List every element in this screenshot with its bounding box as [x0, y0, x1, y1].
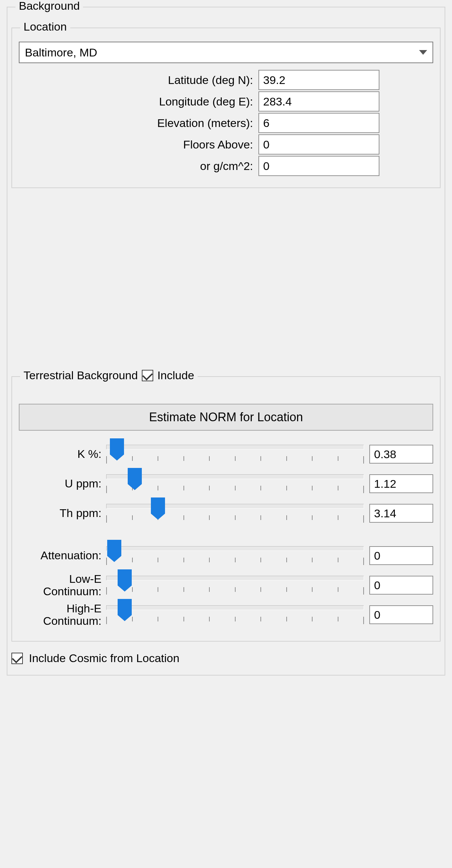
- k-slider[interactable]: [106, 441, 364, 468]
- terrestrial-include-checkbox[interactable]: [142, 370, 153, 381]
- attenuation-slider-row: Attenuation:: [19, 542, 433, 569]
- attenuation-value-input[interactable]: [369, 546, 433, 565]
- background-legend-text: Background: [19, 0, 80, 12]
- cosmic-label: Include Cosmic from Location: [29, 652, 179, 665]
- th-slider[interactable]: [106, 500, 364, 527]
- background-legend: Background: [16, 0, 83, 12]
- longitude-input[interactable]: [259, 91, 380, 112]
- estimate-norm-button[interactable]: Estimate NORM for Location: [19, 404, 433, 431]
- longitude-label: Longitude (deg E):: [159, 95, 259, 108]
- attenuation-label: Attenuation:: [19, 549, 106, 562]
- location-dropdown[interactable]: Baltimore, MD: [19, 42, 433, 63]
- u-value-input[interactable]: [369, 474, 433, 493]
- lowe-value-input[interactable]: [369, 576, 433, 595]
- elevation-row: Elevation (meters):: [19, 113, 380, 133]
- terrestrial-legend-text: Terrestrial Background: [24, 369, 138, 382]
- lowe-slider-row: Low-E Continuum:: [19, 572, 433, 598]
- lowe-label: Low-E Continuum:: [19, 573, 106, 598]
- terrestrial-include-label: Include: [157, 369, 194, 382]
- u-slider[interactable]: [106, 470, 364, 497]
- elevation-label: Elevation (meters):: [157, 117, 259, 130]
- u-slider-row: U ppm:: [19, 470, 433, 497]
- k-label: K %:: [19, 448, 106, 460]
- latitude-label: Latitude (deg N):: [168, 73, 259, 87]
- floors-input[interactable]: [259, 134, 380, 155]
- th-value-input[interactable]: [369, 504, 433, 523]
- location-fields: Latitude (deg N): Longitude (deg E): Ele…: [19, 70, 380, 176]
- floors-row: Floors Above:: [19, 134, 380, 155]
- highe-slider-row: High-E Continuum:: [19, 601, 433, 628]
- cosmic-checkbox[interactable]: [11, 653, 23, 664]
- gcm2-label: or g/cm^2:: [200, 160, 259, 173]
- u-label: U ppm:: [19, 477, 106, 490]
- longitude-row: Longitude (deg E):: [19, 91, 380, 112]
- elevation-input[interactable]: [259, 113, 380, 133]
- location-selected: Baltimore, MD: [25, 46, 97, 59]
- highe-slider[interactable]: [106, 601, 364, 628]
- gcm2-row: or g/cm^2:: [19, 156, 380, 176]
- chevron-down-icon: [419, 50, 427, 55]
- highe-value-input[interactable]: [369, 605, 433, 624]
- location-legend: Location: [20, 20, 70, 33]
- latitude-row: Latitude (deg N):: [19, 70, 380, 90]
- k-slider-row: K %:: [19, 441, 433, 468]
- terrestrial-legend: Terrestrial Background Include: [20, 369, 198, 382]
- th-slider-row: Th ppm:: [19, 500, 433, 527]
- k-value-input[interactable]: [369, 445, 433, 464]
- floors-label: Floors Above:: [183, 138, 259, 151]
- terrestrial-group: Terrestrial Background Include Estimate …: [11, 376, 441, 642]
- location-group: Location Baltimore, MD Latitude (deg N):…: [11, 28, 441, 188]
- attenuation-slider[interactable]: [106, 542, 364, 569]
- highe-label: High-E Continuum:: [19, 602, 106, 627]
- lowe-slider[interactable]: [106, 572, 364, 598]
- cosmic-row: Include Cosmic from Location: [11, 652, 441, 665]
- location-legend-text: Location: [24, 20, 67, 33]
- gcm2-input[interactable]: [259, 156, 380, 176]
- background-group: Background Location Baltimore, MD Latitu…: [7, 7, 445, 676]
- latitude-input[interactable]: [259, 70, 380, 90]
- th-label: Th ppm:: [19, 507, 106, 519]
